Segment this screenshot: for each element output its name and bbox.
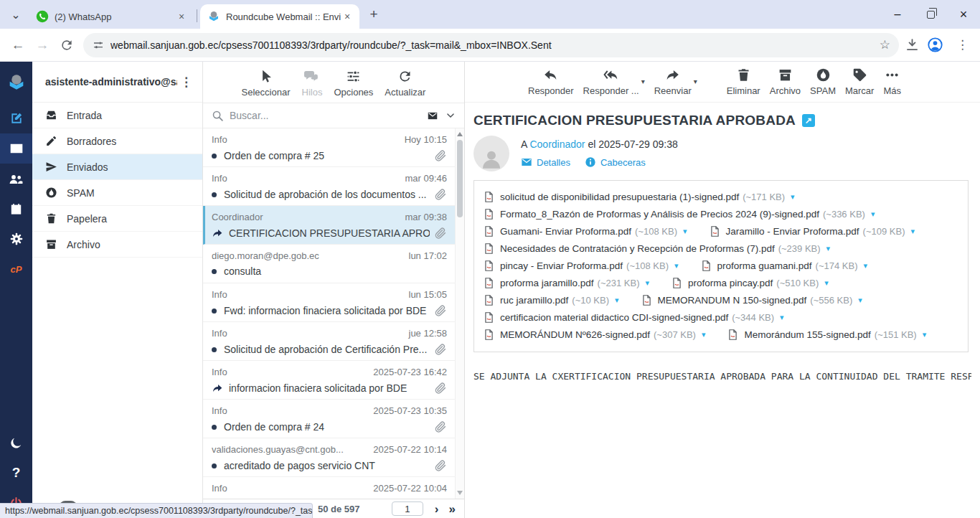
message-row[interactable]: Coordinadormar 09:38CERTIFICACION PRESUP… xyxy=(203,206,464,245)
tab-roundcube[interactable]: Roundcube Webmail :: Enviados × xyxy=(200,4,359,29)
attachment-menu-caret-icon[interactable]: ▾ xyxy=(923,330,927,339)
search-input[interactable] xyxy=(230,110,420,121)
dark-mode-button[interactable] xyxy=(0,428,32,458)
attachment-menu-caret-icon[interactable]: ▾ xyxy=(702,330,706,339)
help-button[interactable]: ? xyxy=(0,458,32,488)
message-row[interactable]: InfoHoy 10:15Orden de compra # 25 xyxy=(203,128,464,167)
details-toggle[interactable]: Detalles xyxy=(521,156,570,168)
tab-close-button[interactable]: × xyxy=(175,10,188,23)
message-row[interactable]: Info2025-07-23 16:42informacion finacier… xyxy=(203,361,464,400)
bookmark-star-icon[interactable]: ☆ xyxy=(880,37,890,52)
message-row[interactable]: Info2025-07-22 10:04 xyxy=(203,477,464,499)
message-row[interactable]: Info2025-07-23 10:35Orden de compra # 24 xyxy=(203,400,464,438)
search-scope-envelope-icon[interactable] xyxy=(425,110,440,121)
browser-menu-icon[interactable]: ⋮ xyxy=(951,37,974,52)
search-options-chevron-icon[interactable] xyxy=(446,110,456,121)
seleccionar-button[interactable]: Seleccionar xyxy=(242,69,291,98)
folder-item-enviados[interactable]: Enviados xyxy=(32,154,202,180)
restore-button[interactable] xyxy=(914,0,947,29)
list-scrollbar[interactable] xyxy=(455,128,464,499)
attachment-menu-caret-icon[interactable]: ▾ xyxy=(791,192,795,202)
site-info-icon[interactable] xyxy=(92,39,105,52)
attachment-item[interactable]: proforma jaramillo.pdf(~231 KB)▾ xyxy=(483,277,649,289)
message-row[interactable]: Infomar 09:46Solicitud de aprobación de … xyxy=(203,167,464,206)
nav-calendar-button[interactable] xyxy=(0,194,32,224)
responder-todos-button[interactable]: Responder ... xyxy=(583,67,639,96)
address-bar[interactable]: webmail.sanjuan.gob.ec/cpsess7001108393/… xyxy=(83,33,899,57)
account-menu-icon[interactable]: ⋮ xyxy=(177,75,195,90)
responder-button[interactable]: Responder xyxy=(528,67,574,96)
eliminar-button[interactable]: Eliminar xyxy=(727,67,760,96)
reload-button[interactable] xyxy=(60,38,74,52)
attachment-item[interactable]: Formato_8_Razón de Proformas y Análisis … xyxy=(483,208,875,220)
attachment-menu-caret-icon[interactable]: ▾ xyxy=(910,227,915,236)
mas-button[interactable]: Más xyxy=(883,67,901,96)
message-row[interactable]: diego.moran@dpe.gob.eclun 17:02consulta xyxy=(203,245,464,283)
nav-compose-button[interactable] xyxy=(0,103,32,133)
headers-toggle[interactable]: Cabeceras xyxy=(585,156,646,168)
attachment-menu-caret-icon[interactable]: ▾ xyxy=(864,261,868,270)
close-button[interactable]: × xyxy=(947,0,980,29)
attachment-menu-caret-icon[interactable]: ▾ xyxy=(871,209,875,219)
tab-whatsapp[interactable]: (2) WhatsApp × xyxy=(29,4,194,29)
page-number-input[interactable] xyxy=(392,501,423,516)
back-button[interactable]: ← xyxy=(6,33,30,57)
marcar-button[interactable]: Marcar xyxy=(845,67,874,96)
attachment-menu-caret-icon[interactable]: ▾ xyxy=(645,278,649,288)
attachment-item[interactable]: certificacion material didactico CDI-sig… xyxy=(483,311,784,324)
tab-close-button[interactable]: × xyxy=(341,10,354,23)
nav-cpanel-button[interactable]: cP xyxy=(0,254,32,284)
hilos-button[interactable]: Hilos xyxy=(302,69,323,98)
folder-item-spam[interactable]: SPAM xyxy=(32,180,202,206)
nav-contacts-button[interactable] xyxy=(0,164,32,194)
folder-item-papelera[interactable]: Papelera xyxy=(32,206,202,232)
spam-button[interactable]: SPAM xyxy=(810,67,836,96)
attachment-menu-caret-icon[interactable]: ▾ xyxy=(615,296,619,305)
attachment-item[interactable]: Memorándum 155-signed.pdf(~151 KB)▾ xyxy=(727,329,926,341)
recipient-link[interactable]: Coordinador xyxy=(529,138,585,150)
attachment-item[interactable]: proforma guamani.pdf(~174 KB)▾ xyxy=(700,260,868,272)
new-tab-button[interactable]: + xyxy=(364,4,384,24)
profile-icon[interactable] xyxy=(927,37,943,53)
attachment-menu-caret-icon[interactable]: ▾ xyxy=(858,296,862,305)
opciones-button[interactable]: Opciones xyxy=(334,69,373,98)
folder-item-archivo[interactable]: Archivo xyxy=(32,232,202,258)
attachment-menu-caret-icon[interactable]: ▾ xyxy=(780,313,784,322)
attachment-item[interactable]: Guamani- Enviar Proforma.pdf(~108 KB)▾ xyxy=(483,225,687,237)
attachment-menu-caret-icon[interactable]: ▾ xyxy=(826,244,831,253)
scroll-down-arrow[interactable] xyxy=(457,491,463,495)
message-row[interactable]: Infolun 15:05Fwd: informacion finaciera … xyxy=(203,283,464,322)
attachment-item[interactable]: solicitud de disponibilidad presupuestar… xyxy=(483,191,795,203)
message-row[interactable]: Infojue 12:58Solicitud de aprobación de … xyxy=(203,322,464,361)
forward-button[interactable]: → xyxy=(30,33,55,57)
folder-item-entrada[interactable]: Entrada xyxy=(32,103,202,128)
responder-todos-caret-icon[interactable]: ▾ xyxy=(641,77,645,85)
message-row[interactable]: validaciones.guayas@cnt.gob...2025-07-22… xyxy=(203,438,464,477)
attachment-menu-caret-icon[interactable]: ▾ xyxy=(674,261,679,270)
last-page-button[interactable]: » xyxy=(449,503,456,515)
tab-search-button[interactable]: ⌄ xyxy=(6,4,26,24)
attachment-menu-caret-icon[interactable]: ▾ xyxy=(683,227,687,236)
downloads-icon[interactable] xyxy=(905,37,920,52)
reenviar-caret-icon[interactable]: ▾ xyxy=(694,77,697,85)
attachment-item[interactable]: Jaramillo - Enviar Proforma.pdf(~109 KB)… xyxy=(709,225,915,237)
scroll-thumb[interactable] xyxy=(457,140,463,217)
minimize-button[interactable]: – xyxy=(881,0,914,29)
nav-mail-button[interactable] xyxy=(0,133,32,164)
reenviar-button[interactable]: Reenviar xyxy=(654,67,692,96)
attachment-item[interactable]: Necesidades de Contratación y Recepción … xyxy=(483,242,830,255)
nav-settings-button[interactable] xyxy=(0,224,32,254)
attachment-item[interactable]: ruc jaramillo.pdf(~10 KB)▾ xyxy=(483,294,619,306)
search-icon[interactable] xyxy=(212,110,224,122)
attachment-item[interactable]: pincay - Enviar Proforma.pdf(~108 KB)▾ xyxy=(483,260,679,272)
attachment-item[interactable]: MEMORANDUM N 150-signed.pdf(~556 KB)▾ xyxy=(641,294,862,306)
open-in-new-window-icon[interactable]: ↗ xyxy=(802,114,815,127)
attachment-menu-caret-icon[interactable]: ▾ xyxy=(824,278,829,288)
archivo-button[interactable]: Archivo xyxy=(770,67,801,96)
actualizar-button[interactable]: Actualizar xyxy=(385,69,425,98)
next-page-button[interactable]: › xyxy=(435,503,439,515)
scroll-up-arrow[interactable] xyxy=(457,132,463,136)
folder-item-borradores[interactable]: Borradores xyxy=(32,128,202,154)
attachment-item[interactable]: MEMORÁNDUM Nº626-signed.pdf(~307 KB)▾ xyxy=(483,329,705,341)
attachment-item[interactable]: proforma pincay.pdf(~510 KB)▾ xyxy=(671,277,829,289)
